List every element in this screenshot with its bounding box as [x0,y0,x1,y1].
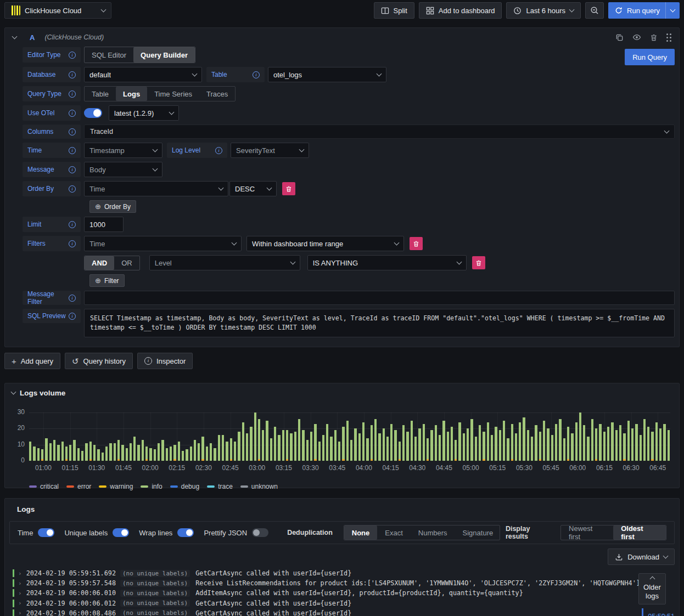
volume-bar[interactable] [611,422,613,461]
volume-bar[interactable] [458,422,461,461]
split-button[interactable]: Split [374,2,414,19]
volume-bar[interactable] [383,428,385,461]
volume-bar[interactable] [519,422,521,461]
volume-bar[interactable] [114,443,116,461]
volume-bar[interactable] [346,421,349,461]
volume-bar[interactable] [491,435,493,461]
volume-bar[interactable] [507,438,509,461]
volume-bar[interactable] [651,432,653,461]
volume-bar[interactable] [607,427,609,461]
volume-bar[interactable] [302,430,304,461]
prettify-json-toggle[interactable] [252,528,268,537]
unique-labels-toggle[interactable] [113,528,129,537]
volume-bar[interactable] [121,445,124,461]
expand-chevron-icon[interactable]: › [18,590,22,597]
time-column-select[interactable]: Timestamp [84,143,162,158]
volume-bar[interactable] [290,433,292,461]
otel-version-select[interactable]: latest (1.2.9) [109,105,179,121]
log-timeline-indicator[interactable]: 05:59:51 [642,608,675,616]
volume-bar[interactable] [539,432,541,461]
volume-bar[interactable] [627,421,630,461]
volume-bar[interactable] [77,448,80,461]
log-row[interactable]: ›2024-02-19 06:00:08.486(no unique label… [13,608,676,616]
volume-bar[interactable] [201,437,204,461]
volume-bar[interactable] [73,440,75,461]
run-query-button[interactable]: Run query [608,2,665,19]
volume-bar[interactable] [234,442,236,461]
volume-bar[interactable] [242,422,244,461]
add-to-dashboard-button[interactable]: Add to dashboard [419,2,502,19]
volume-bar[interactable] [182,451,184,461]
volume-bar[interactable] [430,430,433,461]
volume-bar[interactable] [338,442,340,461]
volume-bar[interactable] [318,442,321,461]
volume-bar[interactable] [166,448,168,461]
volume-bar[interactable] [358,433,361,461]
drag-handle-icon[interactable] [666,33,671,42]
volume-bar[interactable] [206,447,208,461]
info-icon[interactable]: i [69,128,76,135]
volume-bar[interactable] [495,427,497,461]
expand-chevron-icon[interactable]: › [18,570,22,577]
remove-filter-button[interactable] [410,237,423,250]
volume-bar[interactable] [411,421,413,461]
volume-bar[interactable] [527,430,529,461]
volume-bar[interactable] [603,432,605,461]
volume-bar[interactable] [250,427,252,461]
query-type-option-table[interactable]: Table [85,87,116,101]
volume-bar[interactable] [282,430,284,461]
volume-bar[interactable] [551,435,553,461]
volume-bar[interactable] [455,440,457,461]
volume-bar[interactable] [53,440,55,461]
legend-item-unknown[interactable]: unknown [240,483,278,490]
volume-bar[interactable] [230,438,232,461]
database-select[interactable]: default [84,67,202,82]
dedup-option-numbers[interactable]: Numbers [411,525,455,540]
expand-chevron-icon[interactable]: › [18,580,22,587]
volume-bar[interactable] [394,430,396,461]
older-logs-button[interactable]: Older logs [638,573,666,604]
info-icon[interactable]: i [69,166,76,173]
volume-bar[interactable] [226,442,228,461]
volume-bar[interactable] [298,419,300,461]
volume-bar[interactable] [475,437,477,461]
info-icon[interactable]: i [69,313,76,320]
volume-bar[interactable] [294,432,296,461]
order-direction-select[interactable]: DESC [229,181,277,196]
volume-bar[interactable] [515,433,517,461]
volume-bar[interactable] [69,445,71,461]
volume-bar[interactable] [350,440,352,461]
remove-order-by-button[interactable] [282,182,295,195]
volume-bar[interactable] [575,422,578,461]
collapse-chevron-icon[interactable] [11,389,16,395]
volume-bar[interactable] [254,412,256,461]
volume-bar[interactable] [133,437,136,461]
volume-bar[interactable] [655,422,658,461]
volume-bar[interactable] [595,428,597,461]
info-icon[interactable]: i [69,221,76,228]
volume-bar[interactable] [406,432,408,461]
volume-bar[interactable] [270,438,272,461]
volume-bar[interactable] [555,424,557,461]
add-query-button[interactable]: +Add query [4,353,60,369]
message-filter-input[interactable] [84,291,675,305]
log-row[interactable]: ›2024-02-19 06:00:06.010(no unique label… [13,588,676,598]
volume-bar[interactable] [399,442,401,461]
volume-bar[interactable] [663,424,665,461]
dedup-option-signature[interactable]: Signature [455,525,500,540]
volume-bar[interactable] [483,432,485,461]
volume-bar[interactable] [567,427,569,461]
info-icon[interactable]: i [253,71,260,78]
editor-type-option-query-builder[interactable]: Query Builder [133,47,195,63]
volume-bar[interactable] [599,424,601,461]
volume-bar[interactable] [158,443,160,461]
order-by-field-select[interactable]: Time [84,181,228,196]
volume-bar[interactable] [65,447,68,461]
volume-bar[interactable] [97,449,99,461]
volume-bar[interactable] [81,451,83,461]
volume-bar[interactable] [643,419,646,461]
volume-bar[interactable] [109,443,111,461]
volume-bar[interactable] [49,443,52,461]
volume-bar[interactable] [126,448,128,461]
volume-bar[interactable] [571,433,573,461]
